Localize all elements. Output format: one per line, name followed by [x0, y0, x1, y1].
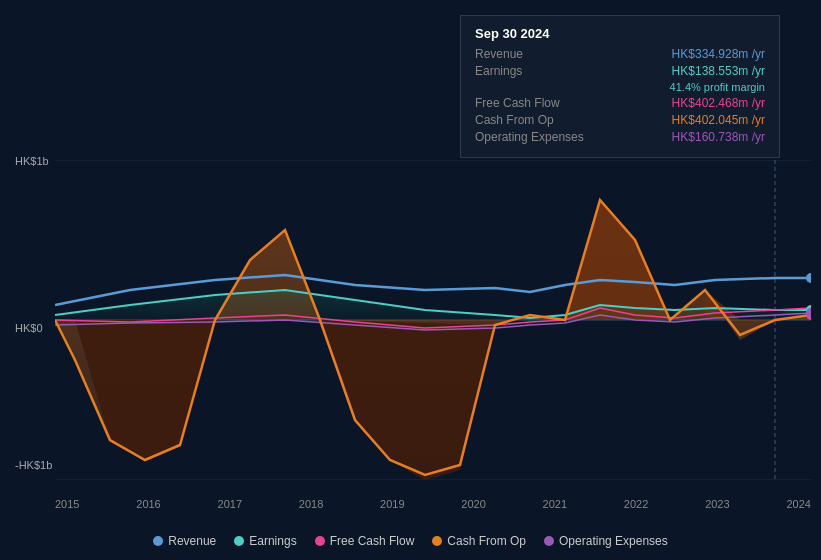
- legend-revenue: Revenue: [153, 534, 216, 548]
- legend-label-cashfromop: Cash From Op: [447, 534, 526, 548]
- tooltip-row-opex: Operating Expenses HK$160.738m /yr: [475, 130, 765, 144]
- x-label-2022: 2022: [624, 498, 648, 510]
- x-label-2021: 2021: [543, 498, 567, 510]
- earnings-value: HK$138.553m /yr: [672, 64, 765, 78]
- tooltip-row-earnings: Earnings HK$138.553m /yr: [475, 64, 765, 78]
- fcf-value: HK$402.468m /yr: [672, 96, 765, 110]
- legend-opex: Operating Expenses: [544, 534, 668, 548]
- tooltip-date: Sep 30 2024: [475, 26, 765, 41]
- legend-dot-cashfromop: [432, 536, 442, 546]
- x-label-2018: 2018: [299, 498, 323, 510]
- tooltip-row-cashfromop: Cash From Op HK$402.045m /yr: [475, 113, 765, 127]
- legend-label-revenue: Revenue: [168, 534, 216, 548]
- chart-container: Sep 30 2024 Revenue HK$334.928m /yr Earn…: [0, 0, 821, 560]
- main-chart: [55, 160, 811, 480]
- legend-dot-opex: [544, 536, 554, 546]
- x-label-2024: 2024: [786, 498, 810, 510]
- svg-point-4: [806, 273, 811, 283]
- x-label-2020: 2020: [461, 498, 485, 510]
- revenue-value: HK$334.928m /yr: [672, 47, 765, 61]
- tooltip-row-revenue: Revenue HK$334.928m /yr: [475, 47, 765, 61]
- legend-label-earnings: Earnings: [249, 534, 296, 548]
- legend-label-opex: Operating Expenses: [559, 534, 668, 548]
- legend-fcf: Free Cash Flow: [315, 534, 415, 548]
- y-label-bottom: -HK$1b: [15, 459, 52, 471]
- earnings-label: Earnings: [475, 64, 522, 78]
- tooltip-box: Sep 30 2024 Revenue HK$334.928m /yr Earn…: [460, 15, 780, 158]
- x-label-2015: 2015: [55, 498, 79, 510]
- legend-earnings: Earnings: [234, 534, 296, 548]
- x-label-2023: 2023: [705, 498, 729, 510]
- legend-cashfromop: Cash From Op: [432, 534, 526, 548]
- cashfromop-value: HK$402.045m /yr: [672, 113, 765, 127]
- tooltip-row-fcf: Free Cash Flow HK$402.468m /yr: [475, 96, 765, 110]
- legend: Revenue Earnings Free Cash Flow Cash Fro…: [0, 534, 821, 548]
- y-label-top: HK$1b: [15, 155, 49, 167]
- x-label-2016: 2016: [136, 498, 160, 510]
- x-label-2019: 2019: [380, 498, 404, 510]
- x-label-2017: 2017: [218, 498, 242, 510]
- x-axis: 2015 2016 2017 2018 2019 2020 2021 2022 …: [55, 498, 811, 510]
- legend-dot-fcf: [315, 536, 325, 546]
- legend-dot-revenue: [153, 536, 163, 546]
- opex-value: HK$160.738m /yr: [672, 130, 765, 144]
- cashfromop-label: Cash From Op: [475, 113, 554, 127]
- opex-label: Operating Expenses: [475, 130, 584, 144]
- revenue-label: Revenue: [475, 47, 523, 61]
- profit-margin-row: 41.4% profit margin: [475, 81, 765, 93]
- legend-label-fcf: Free Cash Flow: [330, 534, 415, 548]
- fcf-label: Free Cash Flow: [475, 96, 560, 110]
- profit-margin-value: 41.4% profit margin: [670, 81, 765, 93]
- legend-dot-earnings: [234, 536, 244, 546]
- y-label-zero: HK$0: [15, 322, 43, 334]
